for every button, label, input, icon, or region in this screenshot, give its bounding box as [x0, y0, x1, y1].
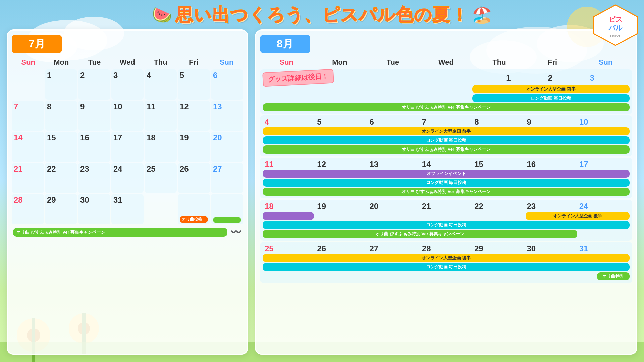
july-dh-sat: Sun [210, 57, 243, 68]
july-day-27-events [211, 194, 243, 224]
aug-w5-dates: 25 26 27 28 29 30 31 [263, 243, 630, 254]
aug-w1-ev1: オンライン大型企画 前半 [263, 85, 630, 93]
july-day-19: 19 [178, 132, 210, 162]
july-day-26: 26 [178, 163, 210, 193]
aug-w1-events: オンライン大型企画 前半 ロング動画 毎日投稿 オリ曲 ぴすふぁみ特別 Ver … [263, 85, 630, 111]
aug-w4-purple-stub [263, 212, 314, 220]
aug-w5-long-bar: ロング動画 毎日投稿 [263, 263, 630, 271]
aug-w3-events: オフラインイベント ロング動画 毎日投稿 オリ曲 ぴすふぁみ特別 Ver 募集キ… [263, 170, 630, 196]
beach-icon: 🏖️ [472, 6, 492, 24]
july-day-21: 21 [12, 163, 44, 193]
aug-w5-online-bar: オンライン大型企画 後半 [263, 254, 630, 262]
logo-area: ピス パル PISPAL [592, 3, 639, 48]
july-day-12: 12 [178, 101, 210, 131]
july-day-1: 1 [45, 69, 77, 100]
aug-w2-campaign-bar: オリ曲 ぴすふぁみ特別 Ver 募集キャンペーン [263, 145, 630, 154]
aug-w2-events: オンライン大型企画 前半 ロング動画 毎日投稿 オリ曲 ぴすふぁみ特別 Ver … [263, 127, 630, 154]
july-day-27: 27 [211, 163, 243, 193]
aug-w4-ev-row3: オリ曲 ぴすふぁみ特別 Ver 募集キャンペーン [263, 230, 630, 238]
july-day-10: 10 [111, 101, 144, 131]
aug-dh-thu: Thu [473, 57, 526, 68]
july-dh-fri: Fri [177, 57, 210, 68]
july-empty-0 [12, 69, 44, 100]
july-dh-sun: Sun [12, 57, 45, 68]
aug-w4-online-half-bar: オンライン大型企画 後半 [526, 212, 630, 220]
july-day-18: 18 [145, 132, 177, 162]
aug-w4-ev-row1: オンライン大型企画 後半 [263, 212, 630, 220]
aug-w1-campaign-bar: オリ曲 ぴすふぁみ特別 Ver 募集キャンペーン [263, 103, 630, 111]
july-day-13: 13 [211, 101, 243, 131]
july-dh-tue: Tue [78, 57, 111, 68]
aug-w1-dates: - - - - 1 2 3 [337, 73, 630, 83]
svg-text:PISPAL: PISPAL [610, 34, 621, 38]
calendars-container: 7月 Sun Mon Tue Wed Thu Fri Sun 1 2 3 4 5 [7, 29, 637, 355]
july-day-25: 25 [145, 163, 177, 193]
july-day-headers: Sun Mon Tue Wed Thu Fri Sun [12, 57, 243, 68]
svg-text:パル: パル [608, 24, 623, 32]
july-day-9: 9 [78, 101, 110, 131]
logo-diamond: ピス パル PISPAL [592, 3, 639, 47]
july-day-5: 5 [178, 69, 210, 100]
aug-w2-online-bar: オンライン大型企画 前半 [263, 127, 630, 135]
july-day-6: 6 [211, 69, 243, 100]
july-day-4: 4 [145, 69, 177, 100]
aug-w1-ev2: ロング動画 毎日投稿 [263, 94, 630, 102]
aug-w4-campaign-bar: オリ曲 ぴすふぁみ特別 Ver 募集キャンペーン [263, 230, 577, 238]
main-content: 🍉 思い出つくろう、ピスパル色の夏！ 🏖️ ピス パル PISPAL 7月 Su… [0, 0, 644, 362]
aug-w4-events: オンライン大型企画 後半 ロング動画 毎日投稿 オリ曲 ぴすふぁみ特別 Ver … [263, 212, 630, 238]
july-dh-wed: Wed [111, 57, 144, 68]
goods-notice-badge: グッズ詳細は後日！ [262, 69, 334, 87]
july-footer: オリ曲 ぴすふぁみ特別 Ver 募集キャンペーン 〰️ [12, 226, 243, 237]
aug-dh-tue: Tue [366, 57, 420, 68]
july-day-3: 3 [111, 69, 144, 100]
july-day-22: 22 [45, 163, 77, 193]
aug-w2-long-bar: ロング動画 毎日投稿 [263, 136, 630, 144]
aug-w3-offline-bar: オフラインイベント [263, 170, 630, 178]
july-day-8: 8 [45, 101, 77, 131]
july-event-oritsubo: オリ曲投稿 [180, 216, 208, 223]
aug-week-3: 11 12 13 14 15 16 17 オフラインイベント ロング動画 毎日投… [260, 158, 632, 198]
july-grid: 1 2 3 4 5 6 7 8 9 10 11 12 13 14 15 16 1… [12, 69, 243, 224]
august-header: 8月 [260, 35, 310, 53]
july-dh-mon: Mon [45, 57, 78, 68]
aug-w3-dates: 11 12 13 14 15 16 17 [263, 159, 630, 170]
title-bar: 🍉 思い出つくろう、ピスパル色の夏！ 🏖️ [7, 3, 637, 27]
page-title: 思い出つくろう、ピスパル色の夏！ [175, 3, 469, 27]
july-day-31: 31 [111, 194, 144, 224]
aug-day-headers: Sun Mon Tue Wed Thu Fri Sun [260, 57, 632, 68]
aug-week-1: グッズ詳細は後日！ - - - - 1 2 3 [260, 69, 632, 114]
aug-week-5: 25 26 27 28 29 30 31 オンライン大型企画 後半 ロング動画 … [260, 242, 632, 283]
aug-w5-extra: オリ曲特別 [263, 272, 630, 280]
wave-icon: 〰️ [230, 226, 242, 237]
aug-w2-dates: 4 5 6 7 8 9 10 [263, 117, 630, 127]
july-day-16: 16 [78, 132, 110, 162]
august-calendar: 8月 Sun Mon Tue Wed Thu Fri Sun グッズ詳細は後日！ [255, 29, 637, 355]
aug-week-4: 18 19 20 21 22 23 24 オンライン大型企画 後半 [260, 200, 632, 241]
aug-dh-sun: Sun [260, 57, 313, 68]
aug-w3-long-bar: ロング動画 毎日投稿 [263, 179, 630, 187]
july-empty-1 [145, 194, 177, 224]
aug-w4-long-bar: ロング動画 毎日投稿 [263, 221, 630, 229]
aug-w4-dates: 18 19 20 21 22 23 24 [263, 201, 630, 212]
july-day-29: 29 [45, 194, 77, 224]
aug-w1-long-bar: ロング動画 毎日投稿 [472, 94, 630, 102]
july-day-15: 15 [45, 132, 77, 162]
july-footer-inner: オリ曲 ぴすふぁみ特別 Ver 募集キャンペーン 〰️ [13, 226, 242, 237]
aug-dh-fri: Fri [526, 57, 579, 68]
aug-w3-campaign-bar: オリ曲 ぴすふぁみ特別 Ver 募集キャンペーン [263, 188, 630, 196]
july-day-7: 7 [12, 101, 44, 131]
aug-w5-special-badge: オリ曲特別 [597, 272, 630, 280]
aug-dh-wed: Wed [420, 57, 473, 68]
aug-dh-mon: Mon [313, 57, 367, 68]
july-campaign-bar: オリ曲 ぴすふぁみ特別 Ver 募集キャンペーン [13, 228, 227, 237]
july-dh-thu: Thu [144, 57, 177, 68]
watermelon-icon: 🍉 [152, 6, 172, 24]
july-event-green [213, 217, 241, 223]
aug-dh-sat: Sun [579, 57, 632, 68]
july-calendar: 7月 Sun Mon Tue Wed Thu Fri Sun 1 2 3 4 5 [7, 29, 248, 355]
july-day-14: 14 [12, 132, 44, 162]
aug-week-2: 4 5 6 7 8 9 10 オンライン大型企画 前半 ロング動画 毎日投稿 オ… [260, 115, 632, 156]
july-day-24: 24 [111, 163, 144, 193]
july-day-11: 11 [145, 101, 177, 131]
aug-w1-online-bar: オンライン大型企画 前半 [472, 85, 630, 93]
